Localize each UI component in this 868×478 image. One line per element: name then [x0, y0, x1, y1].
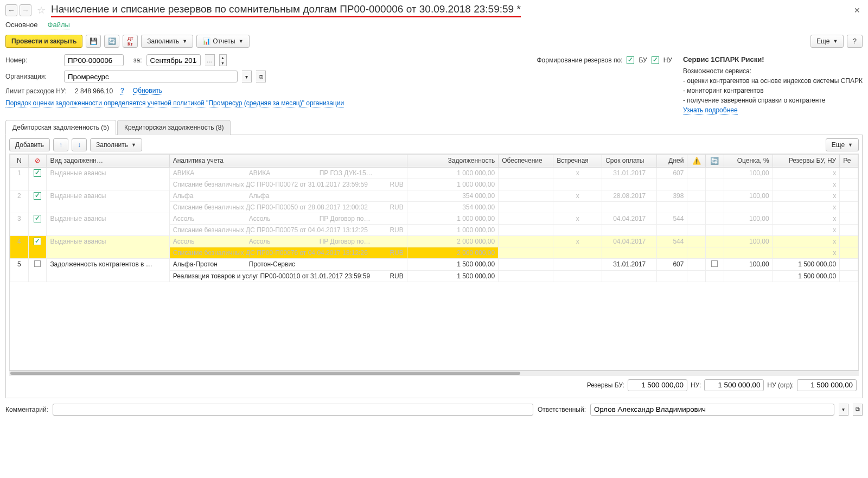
period-picker[interactable]: … [205, 54, 215, 66]
row-checkbox[interactable] [34, 260, 41, 267]
resp-field[interactable] [590, 404, 834, 416]
nu-checkbox[interactable] [652, 56, 659, 64]
calc-icon: 🔄 [710, 157, 719, 165]
col-calc[interactable]: 🔄 [706, 154, 724, 167]
org-label: Организация: [5, 73, 60, 80]
col-anal[interactable]: Аналитика учета [169, 154, 407, 167]
fill-menu-button[interactable]: Заполнить▼ [141, 35, 193, 48]
number-field[interactable] [64, 54, 124, 66]
comment-field[interactable] [53, 404, 533, 416]
res-bu-label: Резервы БУ: [587, 381, 624, 389]
table-row[interactable]: 5Задолженность контрагентов в …Альфа-Про… [10, 258, 858, 270]
dtkt-button[interactable]: ДтКт [123, 35, 138, 48]
delete-icon: ⊘ [35, 157, 40, 164]
res-bu-value[interactable] [628, 379, 687, 391]
open-icon [259, 73, 263, 80]
org-open[interactable] [256, 71, 266, 82]
favorite-icon[interactable]: ☆ [37, 4, 46, 16]
table-row[interactable]: 3Выданные авансыАссольАссольПР Договор п… [10, 213, 858, 224]
col-secur[interactable]: Обеспечение [499, 154, 553, 167]
post-button[interactable] [104, 35, 119, 48]
nav-back[interactable]: ← [5, 4, 17, 16]
more-button[interactable]: Еще▼ [810, 35, 844, 48]
warning-icon: ⚠️ [692, 157, 701, 165]
reserve-by-label: Формирование резервов по: [537, 56, 622, 64]
row-checkbox[interactable] [34, 169, 41, 177]
bu-label: БУ [639, 56, 647, 64]
nu-label: НУ: [691, 381, 701, 389]
bu-checkbox[interactable] [627, 56, 634, 64]
page-title: Начисление и списание резервов по сомнит… [51, 3, 521, 17]
org-dropdown[interactable]: ▾ [242, 71, 252, 82]
table-row[interactable]: 4Выданные авансыАссольАссольПР Договор п… [10, 235, 858, 247]
col-n[interactable]: N [10, 154, 29, 167]
col-counter[interactable]: Встречная [553, 154, 602, 167]
nu-label: НУ [663, 56, 672, 64]
policy-link[interactable]: Порядок оценки задолженности определяетс… [5, 99, 344, 107]
col-debt[interactable]: Задолженность [407, 154, 498, 167]
col-warn[interactable]: ⚠️ [687, 154, 706, 167]
for-label: за: [133, 56, 142, 64]
post-icon [108, 37, 116, 45]
arrow-down-icon [78, 141, 81, 149]
col-del[interactable]: ⊘ [28, 154, 47, 167]
close-icon[interactable]: ✕ [852, 6, 863, 15]
panel-fill-button[interactable]: Заполнить▼ [90, 138, 142, 151]
tab-credit[interactable]: Кредиторская задолженность (8) [117, 120, 231, 135]
resp-label: Ответственный: [538, 406, 586, 413]
col-ext[interactable]: Ре [840, 154, 858, 167]
nu-ogr-value[interactable] [797, 379, 857, 391]
row-checkbox[interactable] [34, 238, 41, 245]
refresh-link[interactable]: Обновить [133, 87, 162, 95]
org-field[interactable] [64, 71, 238, 82]
debt-table[interactable]: N ⊘ Вид задолженн… Аналитика учета Задол… [9, 154, 859, 371]
limit-value: 2 848 966,10 [75, 87, 113, 95]
save-icon [90, 37, 98, 45]
reports-menu-button[interactable]: Отчеты▼ [196, 35, 249, 48]
nu-value[interactable] [704, 379, 764, 391]
col-days[interactable]: Дней [657, 154, 687, 167]
comment-label: Комментарий: [5, 406, 48, 413]
limit-q[interactable]: ? [120, 87, 124, 95]
row-checkbox[interactable] [34, 215, 41, 222]
submit-close-button[interactable]: Провести и закрыть [5, 35, 82, 48]
col-rate[interactable]: Оценка, % [724, 154, 773, 167]
report-icon [202, 37, 210, 45]
help-button[interactable]: ? [847, 35, 863, 48]
nav-forward[interactable]: → [20, 4, 31, 16]
col-due[interactable]: Срок оплаты [602, 154, 657, 167]
add-row-button[interactable]: Добавить [9, 138, 50, 151]
tab-main[interactable]: Основное [5, 21, 38, 29]
spark-title: Сервис 1СПАРК Риски! [683, 54, 863, 65]
resp-open[interactable] [853, 404, 863, 416]
period-field[interactable] [146, 54, 201, 66]
spark-more-link[interactable]: Узнать подробнее [683, 106, 738, 114]
warn-checkbox[interactable] [711, 260, 718, 267]
limit-label: Лимит расходов НУ: [5, 87, 71, 95]
number-label: Номер: [5, 56, 60, 64]
table-row[interactable]: 2Выданные авансыАльфаАльфа354 000,00x28.… [10, 190, 858, 201]
col-reserve[interactable]: Резервы БУ, НУ [773, 154, 840, 167]
table-row[interactable]: 1Выданные авансыАВИКААВИКАПР ГОЗ ДУК-15…… [10, 167, 858, 179]
row-checkbox[interactable] [34, 192, 41, 200]
save-button[interactable] [86, 35, 101, 48]
col-type[interactable]: Вид задолженн… [47, 154, 169, 167]
arrow-up-icon [59, 141, 62, 149]
resp-dropdown[interactable]: ▾ [839, 404, 848, 416]
nu-ogr-label: НУ (огр): [767, 381, 794, 389]
panel-more-button[interactable]: Еще▼ [826, 138, 859, 151]
period-spinner[interactable]: ▲▼ [219, 54, 227, 66]
open-icon [856, 406, 860, 413]
move-up-button[interactable] [53, 138, 68, 151]
tab-files[interactable]: Файлы [48, 21, 70, 29]
h-scrollbar[interactable] [9, 371, 859, 376]
tab-debit[interactable]: Дебиторская задолженность (5) [5, 120, 116, 135]
dtkt-icon: ДтКт [127, 36, 133, 47]
move-down-button[interactable] [72, 138, 87, 151]
spark-info: Сервис 1СПАРК Риски! Возможности сервиса… [683, 54, 863, 115]
